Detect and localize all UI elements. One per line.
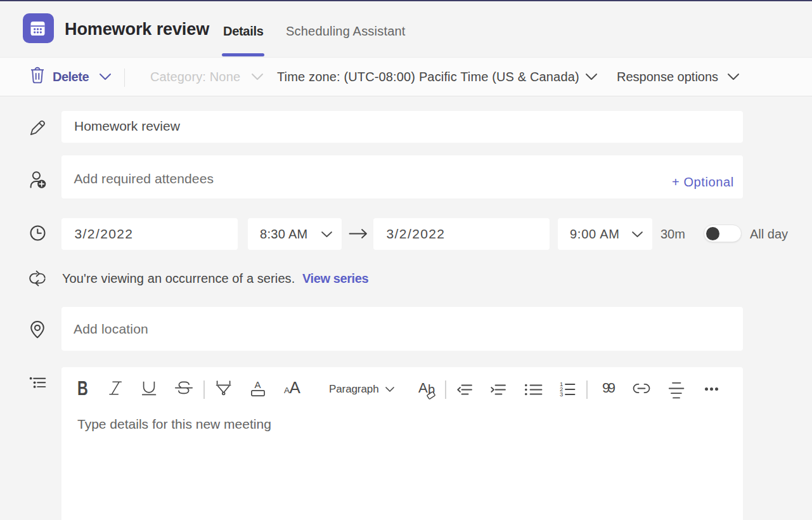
svg-text:3: 3 — [560, 391, 563, 398]
